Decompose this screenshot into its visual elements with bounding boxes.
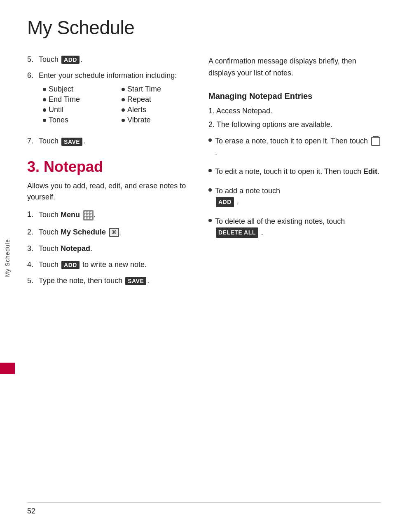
notepad-text: Notepad [61, 244, 90, 253]
bullet-dot [43, 119, 46, 122]
bullet-tones-label: Tones [49, 116, 68, 124]
step-6-num: 6. [27, 71, 39, 80]
step-7-content: Touch SAVE. [39, 137, 192, 145]
schedule-bullets: Subject Start Time End Time [43, 85, 192, 124]
save-badge-notepad: SAVE [125, 277, 146, 285]
bullet-alerts-label: Alerts [127, 105, 146, 114]
bullet-repeat: Repeat [122, 95, 192, 104]
edit-text: Edit [363, 167, 377, 176]
page-number: 52 [27, 502, 381, 516]
step-7-period: . [83, 137, 85, 145]
notepad-step-2-content: Touch My Schedule 30. [39, 228, 192, 237]
bullet-dot [208, 188, 212, 192]
notepad-step-5-num: 5. [27, 277, 39, 285]
step-6-content: Enter your schedule information includin… [39, 71, 192, 129]
notepad-desc: Allows you to add, read, edit, and erase… [27, 180, 192, 203]
notepad-step-5: 5. Type the note, then touch SAVE. [27, 277, 192, 285]
bullet-subject-label: Subject [49, 85, 73, 94]
bullet-dot [122, 98, 125, 101]
bullet-erase: To erase a note, touch it to open it. Th… [208, 136, 381, 158]
save-badge-step7: SAVE [61, 138, 82, 146]
notepad-step-3: 3. Touch Notepad. [27, 244, 192, 253]
step-6-text: Enter your schedule information includin… [39, 71, 177, 80]
bullet-dot [43, 98, 46, 101]
notepad-step-5-content: Type the note, then touch SAVE. [39, 277, 192, 285]
bullet-dot [122, 88, 125, 91]
bullet-end-time: End Time [43, 95, 113, 104]
sidebar-label: My Schedule [4, 239, 11, 277]
bullet-vibrate-label: Vibrate [127, 116, 151, 124]
step-7-num: 7. [27, 137, 39, 145]
bullet-edit-text: To edit a note, touch it to open it. The… [215, 166, 379, 177]
notepad-step-2-num: 2. [27, 228, 39, 237]
step-7-text-before: Touch [39, 137, 58, 145]
add-badge-right: ADD [216, 197, 234, 207]
bullet-end-time-label: End Time [49, 95, 80, 104]
notepad-step-1-content: Touch Menu . [39, 210, 192, 220]
bullet-dot [122, 108, 125, 112]
bullet-delete-all-text: To delete all of the existing notes, tou… [215, 216, 345, 238]
step-5-content: Touch ADD. [39, 55, 192, 64]
bullet-dot [122, 119, 125, 122]
sidebar-tab: My Schedule [0, 0, 15, 532]
notepad-step-3-content: Touch Notepad. [39, 244, 192, 253]
bullet-until: Until [43, 105, 113, 114]
bullet-alerts: Alerts [122, 105, 192, 114]
right-col: A confirmation message displays briefly,… [200, 55, 381, 490]
step-5-period: . [80, 55, 82, 63]
notepad-step-4-num: 4. [27, 260, 39, 269]
notepad-step-2: 2. Touch My Schedule 30. [27, 228, 192, 237]
bullet-add-text: To add a note touch ADD . [215, 185, 280, 208]
bullet-dot [43, 108, 46, 112]
notepad-step-1-num: 1. [27, 210, 39, 219]
bullet-start-time: Start Time [122, 85, 192, 94]
bullet-repeat-label: Repeat [127, 95, 151, 104]
notepad-step-4-content: Touch ADD to write a new note. [39, 260, 192, 269]
bullet-start-time-label: Start Time [127, 85, 161, 94]
notepad-step-4: 4. Touch ADD to write a new note. [27, 260, 192, 269]
managing-step-2-intro: 2. The following options are available. [208, 120, 381, 129]
red-bar [0, 363, 15, 374]
step-5-text-before: Touch [39, 55, 58, 63]
page-container: My Schedule My Schedule 5. Touch ADD. 6. [0, 0, 393, 532]
confirmation-text: A confirmation message displays briefly,… [208, 55, 381, 79]
notepad-heading: 3. Notepad [27, 158, 192, 176]
left-col: 5. Touch ADD. 6. Enter your schedule inf… [27, 55, 200, 490]
bullet-vibrate: Vibrate [122, 116, 192, 124]
main-content: My Schedule 5. Touch ADD. 6. Enter your … [15, 0, 393, 532]
bullet-dot [208, 138, 212, 142]
notepad-step-3-num: 3. [27, 244, 39, 253]
bullet-add: To add a note touch ADD . [208, 185, 381, 208]
bullet-tones: Tones [43, 116, 113, 124]
bullet-subject: Subject [43, 85, 113, 94]
bullet-dot [43, 88, 46, 91]
step-5-num: 5. [27, 55, 39, 64]
menu-text: Menu [61, 211, 80, 219]
bullet-until-label: Until [49, 105, 63, 114]
managing-heading: Managing Notepad Entries [208, 91, 381, 101]
managing-bullets: To erase a note, touch it to open it. Th… [208, 136, 381, 238]
bullet-delete-all: To delete all of the existing notes, tou… [208, 216, 381, 238]
trash-icon [371, 137, 380, 146]
add-badge-step4: ADD [61, 261, 80, 269]
step-7: 7. Touch SAVE. [27, 137, 192, 145]
my-schedule-text: My Schedule [61, 228, 106, 236]
bullet-erase-text: To erase a note, touch it to open it. Th… [215, 136, 381, 158]
two-col-layout: 5. Touch ADD. 6. Enter your schedule inf… [27, 55, 381, 490]
page-title: My Schedule [27, 16, 381, 39]
menu-icon [83, 210, 94, 220]
managing-step-1: 1. Access Notepad. [208, 107, 381, 115]
bullet-dot [208, 219, 212, 222]
step-6: 6. Enter your schedule information inclu… [27, 71, 192, 129]
calendar-icon: 30 [109, 228, 119, 237]
delete-all-badge: DELETE ALL [216, 227, 258, 238]
bullet-dot [208, 169, 212, 172]
add-badge-step5: ADD [61, 56, 80, 64]
notepad-step-1: 1. Touch Menu . [27, 210, 192, 220]
bullet-edit: To edit a note, touch it to open it. The… [208, 166, 381, 177]
step-5: 5. Touch ADD. [27, 55, 192, 64]
